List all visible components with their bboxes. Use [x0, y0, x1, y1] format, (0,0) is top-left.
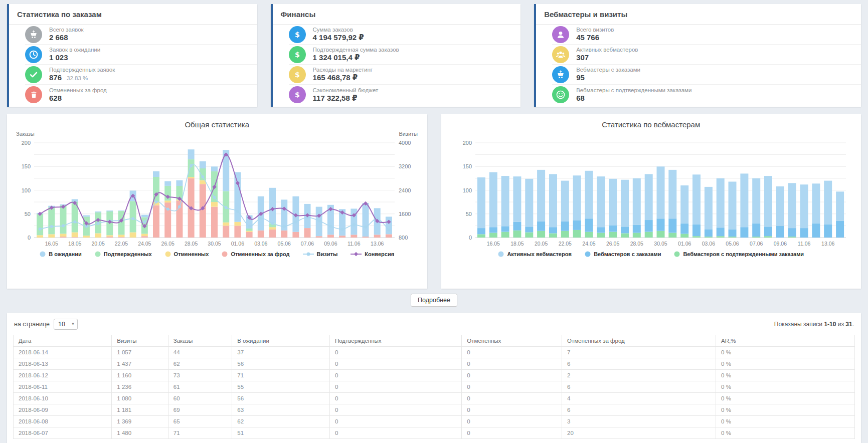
bar-segment [573, 175, 581, 220]
bar-segment [752, 237, 760, 238]
svg-text:18.05: 18.05 [68, 241, 81, 247]
bar-segment [130, 201, 136, 232]
svg-text:28.05: 28.05 [630, 241, 643, 247]
stat-item: Всего заявок 2 668 [25, 25, 257, 45]
legend-dot-marker [165, 251, 171, 257]
bar-segment [537, 222, 545, 231]
legend-dot-marker [498, 251, 504, 257]
bar-segment [489, 172, 497, 228]
details-button-row: Подробнее [0, 294, 868, 307]
bar-segment [513, 222, 521, 231]
table-row: 2018-06-081 36965620030 % [14, 416, 855, 427]
charts-row: Общая статистика 050100150200Заказы80016… [0, 107, 868, 289]
bar-segment [246, 229, 253, 231]
legend-item[interactable]: Отмененных за фрод [222, 251, 289, 257]
bar-segment [327, 235, 334, 238]
page-size-select-wrap: 10 [54, 319, 78, 330]
bar-segment [609, 179, 617, 226]
bar-segment [60, 237, 67, 238]
bar-segment [118, 237, 125, 238]
svg-text:$: $ [295, 50, 300, 58]
bar-segment [812, 183, 820, 223]
users-icon [552, 46, 569, 63]
dollar-icon: $ [289, 26, 306, 43]
svg-text:26.05: 26.05 [606, 241, 619, 247]
table-row: 2018-06-071 480715100200 % [14, 427, 855, 439]
dollar-icon: $ [289, 46, 306, 63]
bar-segment [585, 218, 593, 232]
legend-label: Активных вебмастеров [507, 251, 572, 257]
legend-label: Подтвержденных [104, 251, 152, 257]
bar-segment [824, 225, 832, 238]
bar-segment [141, 234, 148, 236]
svg-text:09.06: 09.06 [324, 241, 337, 247]
bar-segment [597, 176, 605, 227]
stat-value: 45 766 [576, 33, 599, 42]
bar-segment [621, 234, 629, 238]
stat-extra: 32.83 % [67, 75, 88, 82]
legend-item[interactable]: Конверсия [351, 251, 394, 257]
chart-title: Общая статистика [15, 120, 419, 129]
webmaster-stats-chart-card: Статистика по вебмастерам 05010015020016… [441, 114, 861, 289]
table-topbar: на странице 10 Показаны записи 1-10 из 3… [14, 319, 854, 330]
bar-segment [176, 180, 183, 186]
bar-segment [800, 228, 808, 238]
legend-item[interactable]: Подтвержденных [95, 251, 152, 257]
stat-value: 307 [576, 53, 589, 62]
bar-segment [776, 186, 784, 226]
bar-segment [37, 214, 43, 236]
svg-text:0: 0 [468, 235, 471, 241]
table-row: 2018-06-111 23661550060 % [14, 381, 855, 393]
legend-item[interactable]: Вебмастеров с заказами [585, 251, 661, 257]
stat-label: Сэкономленный бюджет [313, 87, 379, 94]
stat-value: 117 322,58 ₽ [313, 94, 358, 102]
general-stats-chart[interactable]: 050100150200Заказы8001600240032004000Виз… [15, 130, 419, 248]
bar-segment [200, 184, 206, 238]
details-button[interactable]: Подробнее [411, 294, 457, 307]
bar-segment [141, 215, 148, 217]
webmaster-stats-legend: Активных вебмастеровВебмастеров с заказа… [449, 251, 853, 257]
bar-segment [211, 202, 218, 206]
bar-segment [83, 215, 90, 217]
bar-segment [728, 182, 736, 230]
legend-item[interactable]: Визиты [303, 251, 338, 257]
svg-text:200: 200 [22, 140, 31, 146]
bar-segment [585, 232, 593, 238]
stat-label: Вебмастеры с подтвержденными заказами [576, 87, 691, 94]
legend-line-circle-marker [303, 251, 314, 257]
legend-item[interactable]: Вебмастеров с подтвержденными заказами [674, 251, 804, 257]
legend-label: Визиты [317, 251, 338, 257]
bar-segment [609, 225, 617, 232]
table-row: 2018-06-101 08060560040 % [14, 393, 855, 404]
legend-item[interactable]: Отмененных [165, 251, 209, 257]
finance-items: $ Сумма заказов 4 194 579,92 ₽ $ Подтвер… [273, 25, 521, 105]
legend-item[interactable]: Активных вебмастеров [498, 251, 572, 257]
svg-text:150: 150 [22, 163, 31, 169]
bar-segment [561, 231, 569, 238]
bar-segment [716, 228, 724, 236]
bar-segment [632, 178, 640, 225]
y-axis-right-title: Визиты [399, 131, 418, 137]
bar-segment [281, 231, 287, 238]
bars[interactable] [477, 166, 843, 238]
bar-segment [525, 179, 533, 227]
legend-label: Вебмастеров с подтвержденными заказами [683, 251, 804, 257]
stat-value: 95 [576, 73, 585, 82]
bar-segment [269, 227, 276, 230]
stat-item: $ Сумма заказов 4 194 579,92 ₽ [289, 25, 521, 45]
bar-segment [164, 200, 171, 202]
webmaster-stats-chart[interactable]: 05010015020016.0518.0520.0522.0524.0526.… [449, 130, 853, 248]
bar-segment [351, 235, 357, 238]
page-size-select[interactable]: 10 [54, 319, 78, 330]
y-axis-left-labels: 050100150200 [462, 140, 471, 241]
stat-value: 628 [49, 94, 62, 102]
bar-segment [37, 235, 43, 238]
svg-text:16.05: 16.05 [486, 241, 499, 247]
dollar-icon: $ [289, 66, 306, 83]
legend-item[interactable]: В ожидании [40, 251, 81, 257]
svg-text:150: 150 [462, 163, 471, 169]
stat-value: 68 [576, 94, 585, 102]
svg-text:800: 800 [399, 235, 408, 241]
column-header: Дата [14, 335, 112, 347]
svg-text:4000: 4000 [399, 140, 411, 146]
